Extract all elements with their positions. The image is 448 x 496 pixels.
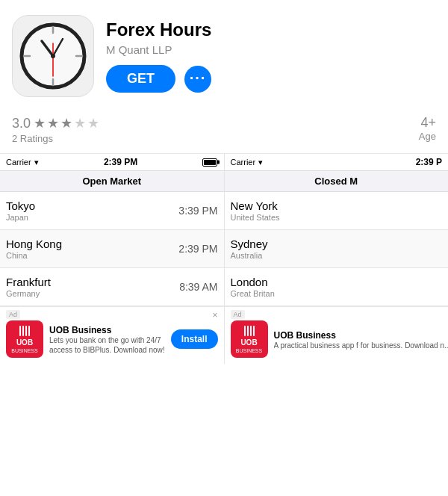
star-1: ★ [34, 115, 46, 131]
market-row: New York United States [225, 192, 449, 230]
carrier-left: Carrier ▾ [6, 158, 39, 167]
more-options-button[interactable]: ··· [184, 66, 211, 93]
status-bar-right: Carrier ▾ 2:39 P [225, 154, 449, 170]
star-4: ★ [74, 115, 86, 131]
age-label: Age [419, 131, 436, 142]
uob-text: UOB [16, 339, 33, 347]
market-row: Tokyo Japan 3:39 PM [0, 192, 224, 230]
carrier-text-left: Carrier [6, 158, 31, 167]
market-time: 2:39 PM [178, 243, 217, 255]
ad-close-left[interactable]: × [212, 310, 217, 320]
rating-score: 3.0 ★ ★ ★ ★ ★ [12, 115, 99, 131]
rating-section: 3.0 ★ ★ ★ ★ ★ 2 Ratings [12, 115, 99, 144]
ad-title-left: UOB Business [49, 325, 165, 335]
time-left: 2:39 PM [104, 157, 137, 167]
wifi-icon-right: ▾ [258, 158, 263, 167]
screenshots-area: Carrier ▾ 2:39 PM Open Market Tokyo Japa… [0, 154, 448, 364]
clock-icon [19, 22, 87, 90]
app-actions: GET ··· [106, 65, 436, 93]
app-header: Forex Hours M Quant LLP GET ··· [0, 0, 448, 109]
city-name: Tokyo [6, 199, 35, 212]
star-3: ★ [60, 115, 72, 131]
star-5: ★ [87, 115, 99, 131]
ad-label-right: Ad [231, 310, 245, 319]
rating-count: 2 Ratings [12, 133, 99, 144]
app-developer: M Quant LLP [106, 43, 436, 56]
market-row: Hong Kong China 2:39 PM [0, 230, 224, 268]
city-name: Frankfurt [6, 276, 51, 288]
ad-label-left: Ad [6, 310, 20, 319]
battery-icon-left [202, 158, 217, 167]
city-country: United States [231, 213, 280, 222]
screenshot-right: Carrier ▾ 2:39 P Closed M New York Unite… [225, 154, 449, 364]
status-bar-left: Carrier ▾ 2:39 PM [0, 154, 224, 170]
ad-banner-right: Ad UOB BUSINESS UOB Business A practical… [225, 306, 449, 364]
uob-subtext: BUSINESS [11, 348, 37, 353]
ratings-row: 3.0 ★ ★ ★ ★ ★ 2 Ratings 4+ Age [0, 109, 448, 154]
stars: ★ ★ ★ ★ ★ [34, 115, 99, 131]
market-header-left: Open Market [0, 170, 224, 192]
app-title: Forex Hours [106, 19, 436, 40]
age-section: 4+ Age [419, 115, 436, 142]
age-value: 4+ [419, 115, 436, 131]
city-info: Hong Kong China [6, 238, 62, 260]
svg-point-9 [51, 54, 55, 58]
ad-desc-left: Lets you bank on the go with 24/7 access… [49, 335, 165, 355]
star-2: ★ [47, 115, 59, 131]
score-value: 3.0 [12, 116, 31, 131]
market-header-right: Closed M [225, 170, 449, 192]
city-name: London [231, 276, 275, 288]
market-time: 3:39 PM [178, 205, 217, 217]
get-button[interactable]: GET [106, 65, 175, 93]
city-name: New York [231, 199, 280, 212]
app-info: Forex Hours M Quant LLP GET ··· [106, 19, 436, 93]
uob-text-right: UOB [240, 339, 257, 347]
carrier-text-right: Carrier [231, 158, 256, 167]
market-row: Sydney Australia [225, 230, 449, 268]
city-name: Sydney [231, 238, 268, 250]
city-country: Great Britan [231, 289, 275, 298]
city-info: London Great Britan [231, 276, 275, 298]
city-country: Australia [231, 251, 268, 260]
ad-title-right: UOB Business [274, 330, 449, 341]
market-row: Frankfurt Germany 8:39 AM [0, 268, 224, 306]
ad-banner-left: Ad × UOB BUSINESS UOB Business Lets you … [0, 306, 224, 364]
uob-logo-right: UOB BUSINESS [231, 320, 268, 358]
city-country: Germany [6, 289, 51, 298]
ad-install-button[interactable]: Install [171, 329, 218, 349]
uob-lines-right [244, 326, 255, 336]
carrier-right: Carrier ▾ [231, 158, 264, 167]
city-country: China [6, 251, 62, 260]
time-right: 2:39 P [416, 157, 442, 167]
ad-content-left: UOB Business Lets you bank on the go wit… [49, 325, 165, 355]
screenshot-left: Carrier ▾ 2:39 PM Open Market Tokyo Japa… [0, 154, 225, 364]
battery-left [202, 158, 217, 167]
wifi-icon-left: ▾ [34, 158, 39, 167]
city-info: Frankfurt Germany [6, 276, 51, 298]
ad-desc-right: A practical business app f for business.… [274, 341, 449, 350]
uob-subtext-right: BUSINESS [236, 348, 262, 353]
city-info: Tokyo Japan [6, 199, 35, 222]
city-info: New York United States [231, 199, 280, 222]
city-info: Sydney Australia [231, 238, 268, 260]
uob-logo-left: UOB BUSINESS [6, 320, 43, 358]
market-row: London Great Britan [225, 268, 449, 306]
market-time: 8:39 AM [179, 281, 217, 293]
uob-lines [19, 326, 30, 336]
city-name: Hong Kong [6, 238, 62, 250]
app-icon [12, 15, 94, 97]
city-country: Japan [6, 213, 35, 222]
ad-content-right: UOB Business A practical business app f … [274, 330, 449, 350]
